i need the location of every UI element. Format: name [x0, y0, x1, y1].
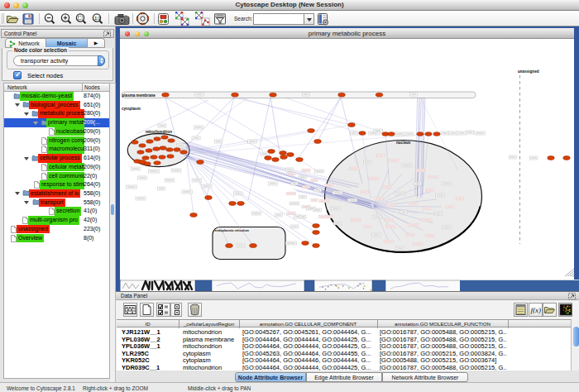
svg-text:unassigned: unassigned	[518, 69, 539, 74]
svg-text:nucleus: nucleus	[396, 141, 411, 145]
svg-text:cytoplasm: cytoplasm	[122, 107, 141, 111]
svg-text:1:1: 1:1	[94, 15, 100, 20]
svg-text:mitochondrion: mitochondrion	[146, 130, 172, 134]
svg-text:plasma membrane: plasma membrane	[122, 93, 156, 98]
svg-text:endoplasmic reticulum: endoplasmic reticulum	[215, 229, 250, 232]
svg-text:f(x): f(x)	[530, 306, 541, 314]
